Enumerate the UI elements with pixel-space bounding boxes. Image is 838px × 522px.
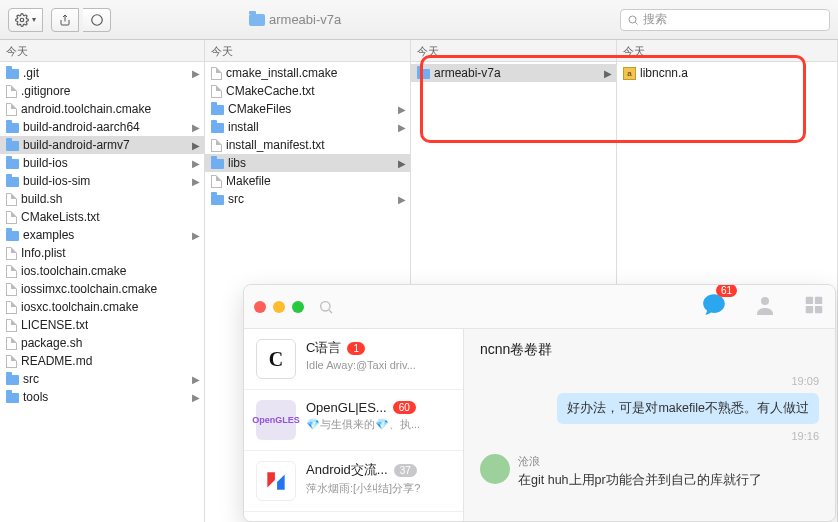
chat-messages: ncnn卷卷群 19:09 好办法，可是对makefile不熟悉。有人做过 19… xyxy=(464,329,835,521)
avatar xyxy=(480,454,510,484)
list-item[interactable]: examples▶ xyxy=(0,226,204,244)
list-item[interactable]: package.sh xyxy=(0,334,204,352)
timestamp: 19:16 xyxy=(480,430,819,442)
conversation-item[interactable]: Android交流...37萍水烟雨:[小纠结]分享? xyxy=(244,451,463,512)
list-item[interactable]: cmake_install.cmake xyxy=(205,64,410,82)
item-label: libs xyxy=(228,156,246,170)
list-item[interactable]: README.md xyxy=(0,352,204,370)
file-icon xyxy=(6,265,17,278)
list-item[interactable]: build-android-aarch64▶ xyxy=(0,118,204,136)
path-bar: armeabi-v7a xyxy=(249,12,341,27)
file-icon xyxy=(211,67,222,80)
list-item[interactable]: alibncnn.a xyxy=(617,64,837,82)
share-button[interactable] xyxy=(51,8,79,32)
list-item[interactable]: install_manifest.txt xyxy=(205,136,410,154)
folder-icon xyxy=(211,123,224,133)
chevron-right-icon: ▶ xyxy=(192,140,200,151)
list-item[interactable]: libs▶ xyxy=(205,154,410,172)
list-item[interactable]: android.toolchain.cmake xyxy=(0,100,204,118)
svg-point-3 xyxy=(629,16,636,23)
column-1-list[interactable]: .git▶.gitignoreandroid.toolchain.cmakebu… xyxy=(0,62,204,522)
item-label: Makefile xyxy=(226,174,271,188)
folder-icon xyxy=(6,141,19,151)
chevron-right-icon: ▶ xyxy=(192,374,200,385)
list-item[interactable]: tools▶ xyxy=(0,388,204,406)
column-header: 今天 xyxy=(617,40,837,62)
item-label: LICENSE.txt xyxy=(21,318,88,332)
file-icon xyxy=(6,337,17,350)
item-label: libncnn.a xyxy=(640,66,688,80)
archive-icon: a xyxy=(623,67,636,80)
list-item[interactable]: iosxc.toolchain.cmake xyxy=(0,298,204,316)
zoom-icon[interactable] xyxy=(292,301,304,313)
folder-icon xyxy=(6,69,19,79)
contacts-button[interactable] xyxy=(753,293,777,320)
minimize-icon[interactable] xyxy=(273,301,285,313)
item-label: examples xyxy=(23,228,74,242)
chevron-right-icon: ▶ xyxy=(192,158,200,169)
avatar xyxy=(256,461,296,501)
conversation-item[interactable]: OpenGLESOpenGL|ES...60💎与生俱来的💎、执... xyxy=(244,390,463,451)
conversation-preview: 💎与生俱来的💎、执... xyxy=(306,417,451,432)
svg-rect-9 xyxy=(815,297,822,304)
list-item[interactable]: armeabi-v7a▶ xyxy=(411,64,616,82)
close-icon[interactable] xyxy=(254,301,266,313)
list-item[interactable]: src▶ xyxy=(0,370,204,388)
search-input[interactable]: 搜索 xyxy=(620,9,830,31)
list-item[interactable]: ios.toolchain.cmake xyxy=(0,262,204,280)
list-item[interactable]: iossimxc.toolchain.cmake xyxy=(0,280,204,298)
list-item[interactable]: install▶ xyxy=(205,118,410,136)
item-label: CMakeFiles xyxy=(228,102,291,116)
column-header: 今天 xyxy=(0,40,204,62)
list-item[interactable]: build-ios▶ xyxy=(0,154,204,172)
file-icon xyxy=(6,247,17,260)
tags-button[interactable] xyxy=(83,8,111,32)
chevron-right-icon: ▶ xyxy=(398,104,406,115)
conversation-title: C语言 xyxy=(306,339,341,357)
file-icon xyxy=(6,103,17,116)
conversation-title: OpenGL|ES... xyxy=(306,400,387,415)
messages-button[interactable]: 61 xyxy=(701,292,727,321)
chevron-right-icon: ▶ xyxy=(192,68,200,79)
chevron-right-icon: ▶ xyxy=(192,392,200,403)
item-label: .gitignore xyxy=(21,84,70,98)
conversation-list[interactable]: CC语言1Idle Away:@Taxi driv...OpenGLESOpen… xyxy=(244,329,464,521)
list-item[interactable]: .git▶ xyxy=(0,64,204,82)
column-header: 今天 xyxy=(411,40,616,62)
item-label: install xyxy=(228,120,259,134)
room-title: ncnn卷卷群 xyxy=(480,341,819,359)
list-item[interactable]: src▶ xyxy=(205,190,410,208)
chevron-right-icon: ▶ xyxy=(398,194,406,205)
item-label: src xyxy=(228,192,244,206)
chat-search-button[interactable] xyxy=(318,299,348,315)
file-icon xyxy=(6,355,17,368)
list-item[interactable]: CMakeLists.txt xyxy=(0,208,204,226)
folder-icon xyxy=(6,375,19,385)
unread-badge: 61 xyxy=(716,284,737,297)
item-label: build.sh xyxy=(21,192,62,206)
list-item[interactable]: CMakeFiles▶ xyxy=(205,100,410,118)
gear-dropdown-button[interactable]: ▾ xyxy=(8,8,43,32)
chevron-right-icon: ▶ xyxy=(604,68,612,79)
list-item[interactable]: LICENSE.txt xyxy=(0,316,204,334)
svg-line-4 xyxy=(635,22,637,24)
svg-rect-11 xyxy=(815,306,822,313)
window-controls[interactable] xyxy=(254,301,304,313)
list-item[interactable]: build-ios-sim▶ xyxy=(0,172,204,190)
apps-button[interactable] xyxy=(803,294,825,319)
list-item[interactable]: Info.plist xyxy=(0,244,204,262)
list-item[interactable]: build.sh xyxy=(0,190,204,208)
list-item[interactable]: CMakeCache.txt xyxy=(205,82,410,100)
unread-badge: 1 xyxy=(347,342,365,355)
list-item[interactable]: build-android-armv7▶ xyxy=(0,136,204,154)
list-item[interactable]: .gitignore xyxy=(0,82,204,100)
timestamp: 19:09 xyxy=(480,375,819,387)
folder-icon xyxy=(211,105,224,115)
list-item[interactable]: Makefile xyxy=(205,172,410,190)
svg-point-5 xyxy=(321,301,330,310)
file-icon xyxy=(211,139,222,152)
file-icon xyxy=(6,319,17,332)
conversation-item[interactable]: CC语言1Idle Away:@Taxi driv... xyxy=(244,329,463,390)
item-label: iossimxc.toolchain.cmake xyxy=(21,282,157,296)
conversation-preview: 萍水烟雨:[小纠结]分享? xyxy=(306,481,451,496)
